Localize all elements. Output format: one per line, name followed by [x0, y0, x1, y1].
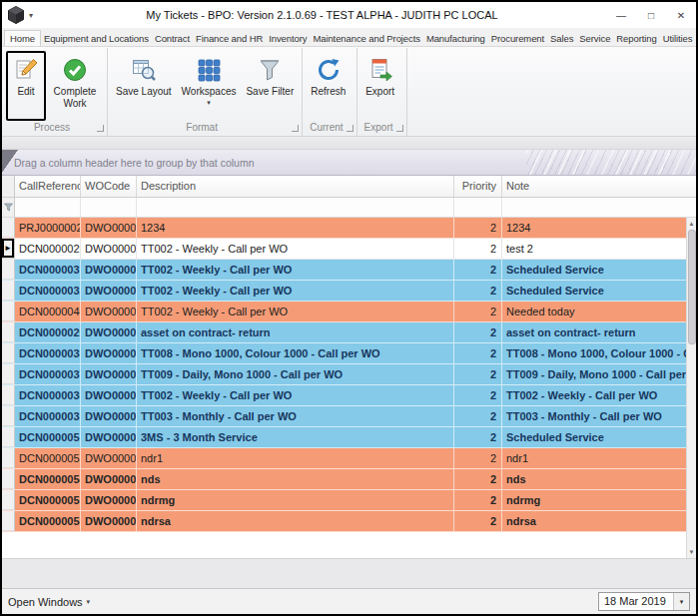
refresh-button[interactable]: Refresh: [306, 51, 350, 121]
table-row[interactable]: DCN0000032DWO0000067TT002 - Weekly - Cal…: [2, 281, 686, 302]
filter-cell-note[interactable]: [502, 198, 696, 217]
tab-home[interactable]: Home: [4, 30, 41, 46]
complete-work-button[interactable]: Complete Work: [46, 51, 104, 121]
cell-priority: 2: [454, 406, 502, 426]
filter-cell-priority[interactable]: [454, 198, 502, 217]
cell-priority: 2: [454, 281, 502, 301]
cell-description: TT009 - Daily, Mono 1000 - Call per WO: [137, 364, 454, 384]
table-row[interactable]: DCN0000038DWO0000107TT008 - Mono 1000, C…: [2, 343, 686, 364]
save-layout-button[interactable]: Save Layout: [111, 51, 177, 121]
vertical-scrollbar[interactable]: ▲ ▼: [686, 218, 696, 558]
row-indicator-cell[interactable]: [2, 511, 15, 531]
column-header-callreference[interactable]: CallReference: [15, 176, 81, 197]
table-row[interactable]: DCN0000037DWO0000108TT009 - Daily, Mono …: [2, 364, 686, 385]
row-indicator-cell[interactable]: [2, 218, 15, 238]
window-title: My Tickets - BPO: Version 2.1.0.69 - TES…: [38, 9, 606, 21]
save-filter-button[interactable]: Save Filter: [241, 51, 299, 121]
cell-callreference: DCN0000031: [15, 260, 81, 280]
minimize-button[interactable]: —: [606, 2, 636, 28]
table-row[interactable]: DCN0000030DWO0000109TT002 - Weekly - Cal…: [2, 385, 686, 406]
column-header-priority[interactable]: Priority: [454, 176, 502, 197]
cell-note: nds: [502, 469, 686, 489]
scroll-down-button[interactable]: ▼: [687, 546, 696, 558]
table-row[interactable]: DCN0000058DWO0000150ndrsa2ndrsa: [2, 511, 686, 532]
complete-work-icon: [62, 57, 88, 83]
edit-icon: [13, 57, 39, 83]
tab-equipment-and-locations[interactable]: Equipment and Locations: [41, 30, 152, 46]
row-indicator-cell[interactable]: [2, 448, 15, 468]
cell-note: ndr1: [502, 448, 686, 468]
cell-note: Scheduled Service: [502, 260, 686, 280]
row-indicator-cell[interactable]: [2, 385, 15, 405]
tab-inventory[interactable]: Inventory: [266, 30, 310, 46]
table-row[interactable]: DCN0000033DWO0000110TT003 - Monthly - Ca…: [2, 406, 686, 427]
table-row[interactable]: DCN0000054DWO0000140nds2nds: [2, 469, 686, 490]
filter-cell-description[interactable]: [137, 198, 454, 217]
table-row[interactable]: DCN0000031DWO0000066TT002 - Weekly - Cal…: [2, 260, 686, 281]
filter-cell-callreference[interactable]: [15, 198, 81, 217]
dialog-launcher-icon[interactable]: [347, 125, 353, 132]
maximize-button[interactable]: □: [636, 2, 666, 28]
scroll-up-button[interactable]: ▲: [687, 218, 696, 230]
ribbon-tabs: HomeEquipment and LocationsContractFinan…: [4, 28, 695, 46]
cell-description: asset on contract- return: [137, 322, 454, 342]
cell-priority: 2: [454, 218, 502, 238]
group-by-bar[interactable]: Drag a column header here to group by th…: [2, 150, 696, 176]
row-indicator-cell[interactable]: [2, 322, 15, 342]
row-indicator-cell[interactable]: [2, 469, 15, 489]
table-row[interactable]: ►DCN0000029DWO0000064TT002 - Weekly - Ca…: [2, 239, 686, 260]
table-row[interactable]: PRJ0000002DWO0000004123421234: [2, 218, 686, 239]
column-header-wocode[interactable]: WOCode: [81, 176, 137, 197]
tab-utilities[interactable]: Utilities: [660, 30, 696, 46]
tab-service[interactable]: Service: [576, 30, 613, 46]
ribbon-button-label: Refresh: [311, 86, 346, 98]
ribbon-button-label: Workspaces: [182, 86, 237, 98]
ribbon-tab-bar: HomeEquipment and LocationsContractFinan…: [2, 28, 696, 47]
workspaces-button[interactable]: Workspaces▾: [177, 51, 242, 121]
table-row[interactable]: DCN0000020DWO0000106asset on contract- r…: [2, 322, 686, 343]
dialog-launcher-icon[interactable]: [97, 125, 104, 132]
open-windows-button[interactable]: Open Windows ▾: [8, 596, 90, 608]
row-indicator-cell[interactable]: [2, 406, 15, 426]
row-indicator-cell[interactable]: [2, 281, 15, 301]
column-header-note[interactable]: Note: [502, 176, 696, 197]
row-indicator-cell[interactable]: [2, 364, 15, 384]
table-row[interactable]: DCN0000053DWO0000138ndr12ndr1: [2, 448, 686, 469]
row-indicator-cell[interactable]: [2, 427, 15, 447]
date-picker[interactable]: 18 Mar 2019 ▾: [598, 592, 690, 611]
filter-cell-wocode[interactable]: [81, 198, 137, 217]
dialog-launcher-icon[interactable]: [292, 125, 299, 132]
close-button[interactable]: ✕: [666, 2, 696, 28]
row-indicator-cell[interactable]: [2, 343, 15, 363]
table-row[interactable]: DCN0000051DWO00001333MS - 3 Month Servic…: [2, 427, 686, 448]
row-indicator-cell[interactable]: [2, 490, 15, 510]
cell-wocode: DWO0000089: [81, 302, 137, 321]
chevron-down-icon[interactable]: ▾: [29, 11, 33, 20]
tab-sales[interactable]: Sales: [547, 30, 576, 46]
table-row[interactable]: DCN0000040DWO0000089TT002 - Weekly - Cal…: [2, 302, 686, 322]
table-row[interactable]: DCN0000057DWO0000149ndrmg2ndrmg: [2, 490, 686, 511]
cell-wocode: DWO0000066: [81, 260, 137, 280]
row-indicator-cell[interactable]: ►: [2, 239, 15, 259]
tab-manufacturing[interactable]: Manufacturing: [423, 30, 488, 46]
dialog-launcher-icon[interactable]: [396, 125, 403, 132]
cell-wocode: DWO0000149: [81, 490, 137, 510]
tab-maintenance-and-projects[interactable]: Maintenance and Projects: [310, 30, 422, 46]
ribbon-group-current: RefreshCurrent: [303, 48, 356, 136]
cell-wocode: DWO0000064: [81, 239, 137, 259]
row-indicator-cell[interactable]: [2, 302, 15, 321]
tab-procurement[interactable]: Procurement: [488, 30, 547, 46]
cell-description: nds: [137, 469, 454, 489]
export-button[interactable]: Export: [360, 51, 400, 121]
row-indicator-cell[interactable]: [2, 260, 15, 280]
edit-button[interactable]: Edit: [6, 51, 46, 121]
column-header-description[interactable]: Description: [137, 176, 454, 197]
ribbon-group-export: ExportExport: [357, 48, 407, 136]
scrollbar-thumb[interactable]: [688, 230, 696, 344]
date-dropdown-button[interactable]: ▾: [673, 593, 689, 610]
tab-reporting[interactable]: Reporting: [613, 30, 659, 46]
tab-finance-and-hr[interactable]: Finance and HR: [193, 30, 266, 46]
tab-contract[interactable]: Contract: [152, 30, 193, 46]
cell-note: TT009 - Daily, Mono 1000 - Call per WO: [502, 364, 686, 384]
cell-wocode: DWO0000110: [81, 406, 137, 426]
